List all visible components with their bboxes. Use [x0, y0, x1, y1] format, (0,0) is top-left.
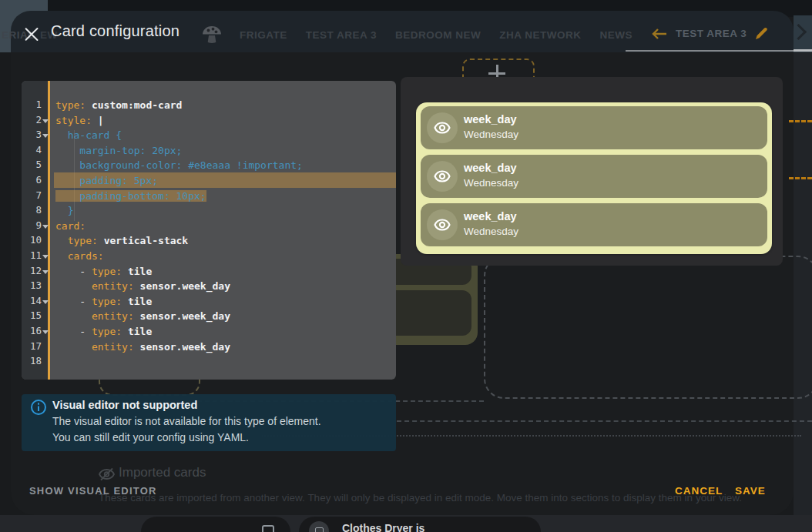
code-line-14[interactable]: 14 - type: tile	[22, 293, 396, 309]
fold-arrow-icon[interactable]	[42, 300, 49, 304]
cancel-button[interactable]: CANCEL	[675, 485, 723, 497]
tile-entity-name: week_day	[464, 210, 517, 223]
fold-arrow-icon[interactable]	[42, 255, 49, 259]
fold-arrow-icon[interactable]	[42, 119, 49, 123]
dropzone-dash	[789, 120, 812, 122]
code-line-3[interactable]: 3 ha-card {	[22, 127, 396, 142]
visual-editor-notice: Visual editor not supported The visual e…	[22, 394, 396, 451]
code-line-5[interactable]: 5 background-color: #e8eaaa !important;	[22, 157, 396, 172]
code-line-10[interactable]: 10 type: vertical-stack	[22, 233, 396, 248]
background-tab-bedroom-new: BEDROOM NEW	[395, 29, 481, 41]
code-line-6[interactable]: 6 padding: 5px;	[22, 172, 396, 188]
code-line-2[interactable]: 2style: |	[22, 112, 396, 128]
tile-entity-name: week_day	[464, 162, 517, 174]
notice-line-1: The visual editor is not available for t…	[52, 415, 321, 427]
fold-arrow-icon[interactable]	[42, 134, 49, 138]
line-number: 5	[22, 159, 42, 170]
code-text: - type: tile	[55, 324, 152, 340]
line-number: 12	[22, 265, 42, 276]
dryer-card-label: Clothes Dryer is	[342, 522, 424, 532]
code-line-15[interactable]: 15 entity: sensor.week_day	[22, 308, 396, 323]
fold-arrow-icon[interactable]	[42, 330, 49, 334]
line-number: 8	[22, 204, 42, 216]
active-tab-underline	[626, 50, 812, 52]
code-line-18[interactable]: 18	[22, 353, 396, 369]
line-number: 13	[22, 279, 42, 291]
code-line-13[interactable]: 13 entity: sensor.week_day	[22, 278, 396, 293]
card-preview-panel: week_dayWednesdayweek_dayWednesdayweek_d…	[401, 77, 783, 266]
line-number: 17	[22, 340, 42, 352]
code-text: ha-card {	[55, 128, 122, 143]
mushroom-icon	[201, 25, 223, 45]
line-number: 10	[22, 234, 42, 246]
code-line-4[interactable]: 4 margin-top: 20px;	[22, 142, 396, 158]
code-text: - type: tile	[55, 294, 152, 309]
tile-icon-circle[interactable]	[427, 161, 458, 192]
tile-icon-circle[interactable]	[427, 112, 458, 143]
code-line-16[interactable]: 16 - type: tile	[22, 323, 396, 339]
show-visual-editor-button[interactable]: SHOW VISUAL EDITOR	[29, 485, 157, 497]
preview-tile-week-day[interactable]: week_dayWednesday	[421, 203, 767, 246]
close-icon[interactable]	[25, 25, 39, 39]
code-line-17[interactable]: 17 entity: sensor.week_day	[22, 339, 396, 354]
code-line-9[interactable]: 9card:	[22, 218, 396, 233]
line-number: 3	[22, 129, 42, 140]
info-icon	[30, 399, 47, 416]
background-tab-bar: FRIGATETEST AREA 3BEDROOM NEWZHA NETWORK…	[240, 29, 632, 41]
code-text: entity: sensor.week_day	[55, 279, 230, 294]
preview-mod-card: week_dayWednesdayweek_dayWednesdayweek_d…	[416, 102, 772, 254]
code-line-7[interactable]: 7 padding-bottom: 10px;	[22, 188, 396, 203]
fold-arrow-icon[interactable]	[42, 225, 49, 229]
yaml-editor[interactable]: 1type: custom:mod-card2style: |3 ha-card…	[22, 81, 396, 380]
active-tab-underline-bright	[794, 49, 812, 52]
line-number: 9	[22, 219, 42, 231]
dropzone-dash-line	[397, 420, 812, 422]
tile-entity-state: Wednesday	[464, 129, 518, 140]
code-text: entity: sensor.week_day	[55, 340, 230, 355]
fold-arrow-icon[interactable]	[42, 270, 49, 274]
code-text: cards:	[55, 249, 104, 264]
code-text: background-color: #e8eaaa !important;	[55, 158, 303, 173]
code-line-1[interactable]: 1type: custom:mod-card	[22, 97, 396, 112]
line-number: 6	[22, 174, 42, 186]
screen: ERIAL EW FRIGATETEST AREA 3BEDROOM NEWZH…	[0, 0, 812, 532]
code-line-12[interactable]: 12 - type: tile	[22, 263, 396, 279]
line-number: 11	[22, 249, 42, 261]
code-text: style: |	[55, 113, 104, 129]
line-number: 16	[22, 325, 42, 336]
code-line-8[interactable]: 8 }	[22, 202, 396, 218]
line-number: 7	[22, 189, 42, 201]
code-text: margin-top: 20px;	[55, 143, 182, 159]
active-tab-group[interactable]: TEST AREA 3	[652, 27, 768, 40]
dialog-title: Card configuration	[51, 22, 180, 40]
imported-cards-description: These cards are imported from another vi…	[99, 492, 742, 504]
line-number: 18	[22, 355, 42, 366]
preview-tile-week-day[interactable]: week_dayWednesday	[421, 106, 767, 149]
tab-test-area-3[interactable]: TEST AREA 3	[676, 28, 747, 39]
eye-off-icon	[99, 467, 115, 481]
card-corner-icon	[262, 525, 274, 532]
line-number: 14	[22, 295, 42, 306]
code-text: padding-bottom: 10px;	[55, 189, 206, 204]
background-tab-news: NEWS	[600, 29, 633, 41]
code-text: - type: tile	[55, 264, 152, 279]
code-text: padding: 5px;	[55, 173, 158, 189]
code-text: entity: sensor.week_day	[55, 309, 230, 324]
tile-entity-state: Wednesday	[464, 226, 518, 237]
line-number: 15	[22, 309, 42, 321]
save-button[interactable]: SAVE	[735, 485, 766, 497]
code-text: card:	[55, 219, 86, 234]
eye-icon	[434, 168, 451, 185]
edit-pencil-icon[interactable]	[755, 27, 768, 40]
tile-icon-circle[interactable]	[427, 209, 458, 240]
background-tab-zha-network: ZHA NETWORK	[499, 29, 581, 41]
code-line-11[interactable]: 11 cards:	[22, 248, 396, 263]
back-arrow-icon[interactable]	[652, 28, 667, 39]
code-text: }	[55, 203, 73, 219]
line-number: 4	[22, 144, 42, 156]
line-number: 1	[22, 99, 42, 110]
imported-cards-title: Imported cards	[119, 465, 206, 480]
eye-icon	[434, 216, 451, 233]
preview-tile-week-day[interactable]: week_dayWednesday	[421, 155, 767, 198]
eye-icon	[434, 119, 451, 136]
